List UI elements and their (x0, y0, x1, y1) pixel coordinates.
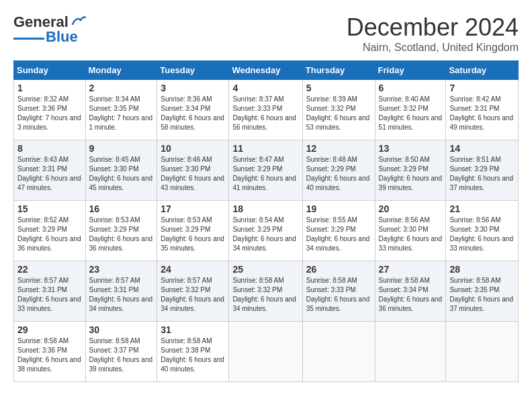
day-info: Sunrise: 8:54 AM Sunset: 3:29 PM Dayligh… (232, 216, 298, 253)
calendar-cell: 18 Sunrise: 8:54 AM Sunset: 3:29 PM Dayl… (229, 201, 302, 261)
day-number: 24 (161, 264, 225, 275)
day-number: 15 (17, 203, 82, 214)
day-number: 7 (449, 83, 515, 93)
day-info: Sunrise: 8:58 AM Sunset: 3:34 PM Dayligh… (379, 276, 443, 314)
week-row-1: 1 Sunrise: 8:32 AM Sunset: 3:36 PM Dayli… (14, 80, 519, 140)
calendar-cell: 25 Sunrise: 8:58 AM Sunset: 3:32 PM Dayl… (229, 261, 302, 322)
calendar-cell: 13 Sunrise: 8:50 AM Sunset: 3:29 PM Dayl… (375, 140, 446, 201)
day-info: Sunrise: 8:43 AM Sunset: 3:31 PM Dayligh… (17, 155, 82, 193)
calendar-cell: 26 Sunrise: 8:58 AM Sunset: 3:33 PM Dayl… (302, 261, 375, 322)
week-row-5: 29 Sunrise: 8:58 AM Sunset: 3:36 PM Dayl… (14, 322, 519, 382)
day-number: 21 (449, 203, 515, 214)
weekday-header-saturday: Saturday (446, 61, 519, 80)
day-info: Sunrise: 8:51 AM Sunset: 3:29 PM Dayligh… (449, 155, 515, 193)
day-number: 6 (379, 83, 443, 93)
day-info: Sunrise: 8:42 AM Sunset: 3:31 PM Dayligh… (449, 95, 515, 132)
logo-underline (13, 38, 44, 40)
day-info: Sunrise: 8:32 AM Sunset: 3:36 PM Dayligh… (17, 95, 82, 132)
calendar-cell: 10 Sunrise: 8:46 AM Sunset: 3:30 PM Dayl… (157, 140, 229, 201)
day-info: Sunrise: 8:47 AM Sunset: 3:29 PM Dayligh… (232, 155, 298, 193)
day-number: 12 (306, 143, 371, 154)
day-info: Sunrise: 8:50 AM Sunset: 3:29 PM Dayligh… (379, 155, 443, 193)
day-info: Sunrise: 8:48 AM Sunset: 3:29 PM Dayligh… (306, 155, 371, 193)
day-number: 1 (17, 83, 82, 93)
day-info: Sunrise: 8:58 AM Sunset: 3:38 PM Dayligh… (161, 336, 225, 374)
calendar-cell: 3 Sunrise: 8:36 AM Sunset: 3:34 PM Dayli… (157, 80, 229, 140)
day-number: 14 (449, 143, 515, 154)
calendar-cell: 7 Sunrise: 8:42 AM Sunset: 3:31 PM Dayli… (446, 80, 519, 140)
day-info: Sunrise: 8:58 AM Sunset: 3:32 PM Dayligh… (232, 276, 298, 314)
week-row-2: 8 Sunrise: 8:43 AM Sunset: 3:31 PM Dayli… (14, 140, 519, 201)
day-info: Sunrise: 8:53 AM Sunset: 3:29 PM Dayligh… (161, 216, 225, 253)
day-number: 9 (89, 143, 154, 154)
weekday-header-tuesday: Tuesday (157, 61, 229, 80)
title-area: December 2024 Nairn, Scotland, United Ki… (347, 13, 519, 54)
day-number: 20 (379, 203, 443, 214)
day-info: Sunrise: 8:55 AM Sunset: 3:29 PM Dayligh… (306, 216, 371, 253)
month-title: December 2024 (347, 13, 519, 42)
calendar-cell: 15 Sunrise: 8:52 AM Sunset: 3:29 PM Dayl… (14, 201, 86, 261)
weekday-header-monday: Monday (85, 61, 157, 80)
calendar-cell: 1 Sunrise: 8:32 AM Sunset: 3:36 PM Dayli… (14, 80, 86, 140)
day-number: 5 (306, 83, 371, 93)
logo-blue: Blue (46, 28, 78, 46)
header: General Blue December 2024 Nairn, Scotla… (13, 13, 519, 54)
day-info: Sunrise: 8:58 AM Sunset: 3:37 PM Dayligh… (89, 336, 154, 374)
day-number: 27 (379, 264, 443, 275)
day-number: 26 (306, 264, 371, 275)
day-info: Sunrise: 8:53 AM Sunset: 3:29 PM Dayligh… (89, 216, 154, 253)
calendar-cell: 22 Sunrise: 8:57 AM Sunset: 3:31 PM Dayl… (14, 261, 86, 322)
day-number: 29 (17, 324, 82, 335)
day-number: 2 (89, 83, 154, 93)
calendar-cell: 28 Sunrise: 8:58 AM Sunset: 3:35 PM Dayl… (446, 261, 519, 322)
calendar-cell: 12 Sunrise: 8:48 AM Sunset: 3:29 PM Dayl… (302, 140, 375, 201)
calendar-cell: 14 Sunrise: 8:51 AM Sunset: 3:29 PM Dayl… (446, 140, 519, 201)
weekday-header-friday: Friday (375, 61, 446, 80)
calendar-cell: 6 Sunrise: 8:40 AM Sunset: 3:32 PM Dayli… (375, 80, 446, 140)
calendar-cell: 20 Sunrise: 8:56 AM Sunset: 3:30 PM Dayl… (375, 201, 446, 261)
logo: General Blue (13, 13, 86, 46)
calendar-cell: 8 Sunrise: 8:43 AM Sunset: 3:31 PM Dayli… (14, 140, 86, 201)
calendar-cell: 24 Sunrise: 8:57 AM Sunset: 3:32 PM Dayl… (157, 261, 229, 322)
day-number: 25 (232, 264, 298, 275)
day-info: Sunrise: 8:58 AM Sunset: 3:35 PM Dayligh… (449, 276, 515, 314)
calendar-cell: 27 Sunrise: 8:58 AM Sunset: 3:34 PM Dayl… (375, 261, 446, 322)
day-info: Sunrise: 8:34 AM Sunset: 3:35 PM Dayligh… (89, 95, 154, 132)
calendar-cell (375, 322, 446, 382)
day-info: Sunrise: 8:52 AM Sunset: 3:29 PM Dayligh… (17, 216, 82, 253)
calendar-cell (229, 322, 302, 382)
calendar-cell: 9 Sunrise: 8:45 AM Sunset: 3:30 PM Dayli… (85, 140, 157, 201)
calendar-table: SundayMondayTuesdayWednesdayThursdayFrid… (13, 60, 519, 382)
day-info: Sunrise: 8:56 AM Sunset: 3:30 PM Dayligh… (379, 216, 443, 253)
day-number: 4 (232, 83, 298, 93)
weekday-header-sunday: Sunday (14, 61, 86, 80)
day-info: Sunrise: 8:36 AM Sunset: 3:34 PM Dayligh… (161, 95, 225, 132)
day-number: 3 (161, 83, 225, 93)
day-info: Sunrise: 8:56 AM Sunset: 3:30 PM Dayligh… (449, 216, 515, 253)
day-info: Sunrise: 8:57 AM Sunset: 3:31 PM Dayligh… (17, 276, 82, 314)
week-row-3: 15 Sunrise: 8:52 AM Sunset: 3:29 PM Dayl… (14, 201, 519, 261)
calendar-cell: 30 Sunrise: 8:58 AM Sunset: 3:37 PM Dayl… (85, 322, 157, 382)
day-number: 17 (161, 203, 225, 214)
day-number: 22 (17, 264, 82, 275)
day-info: Sunrise: 8:57 AM Sunset: 3:31 PM Dayligh… (89, 276, 154, 314)
logo-bird-icon (71, 15, 86, 27)
calendar-cell: 16 Sunrise: 8:53 AM Sunset: 3:29 PM Dayl… (85, 201, 157, 261)
day-info: Sunrise: 8:45 AM Sunset: 3:30 PM Dayligh… (89, 155, 154, 193)
day-number: 19 (306, 203, 371, 214)
day-number: 13 (379, 143, 443, 154)
calendar-cell: 17 Sunrise: 8:53 AM Sunset: 3:29 PM Dayl… (157, 201, 229, 261)
weekday-header-thursday: Thursday (302, 61, 375, 80)
calendar-cell: 29 Sunrise: 8:58 AM Sunset: 3:36 PM Dayl… (14, 322, 86, 382)
day-info: Sunrise: 8:39 AM Sunset: 3:32 PM Dayligh… (306, 95, 371, 132)
day-number: 23 (89, 264, 154, 275)
calendar-cell (446, 322, 519, 382)
day-number: 18 (232, 203, 298, 214)
day-info: Sunrise: 8:58 AM Sunset: 3:33 PM Dayligh… (306, 276, 371, 314)
calendar-cell: 31 Sunrise: 8:58 AM Sunset: 3:38 PM Dayl… (157, 322, 229, 382)
calendar-cell: 2 Sunrise: 8:34 AM Sunset: 3:35 PM Dayli… (85, 80, 157, 140)
day-number: 16 (89, 203, 154, 214)
day-number: 30 (89, 324, 154, 335)
day-number: 10 (161, 143, 225, 154)
day-number: 8 (17, 143, 82, 154)
